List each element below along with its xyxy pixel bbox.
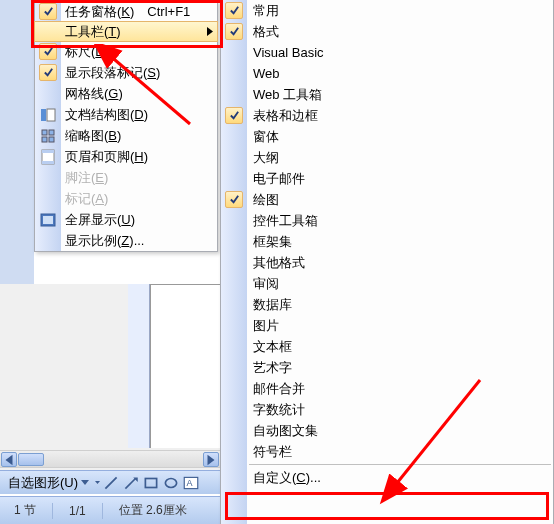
submenu-item[interactable]: 图片: [221, 315, 553, 336]
line-tool-icon[interactable]: [102, 474, 120, 492]
submenu-item[interactable]: 数据库: [221, 294, 553, 315]
thumbnails-label: 缩略图(B): [65, 127, 203, 145]
submenu-item[interactable]: 艺术字: [221, 357, 553, 378]
menu-item-paragraph-marks[interactable]: 显示段落标记(S): [35, 62, 217, 83]
svg-line-0: [105, 477, 116, 488]
menu-item-fullscreen[interactable]: 全屏显示(U): [35, 209, 217, 230]
check-icon: [225, 23, 243, 40]
submenu-item-label: 控件工具箱: [253, 212, 318, 230]
textbox-tool-icon[interactable]: A: [182, 474, 200, 492]
rectangle-tool-icon[interactable]: [142, 474, 160, 492]
submenu-item[interactable]: 电子邮件: [221, 168, 553, 189]
menu-item-ruler[interactable]: 标尺(L): [35, 41, 217, 62]
menu-item-header-footer[interactable]: 页眉和页脚(H): [35, 146, 217, 167]
submenu-item[interactable]: 窗体: [221, 126, 553, 147]
menu-item-zoom[interactable]: 显示比例(Z)...: [35, 230, 217, 251]
submenu-item[interactable]: 表格和边框: [221, 105, 553, 126]
document-page[interactable]: [150, 284, 220, 448]
submenu-item-label: Web 工具箱: [253, 86, 322, 104]
submenu-item[interactable]: 格式: [221, 21, 553, 42]
customize-label: 自定义(C)...: [253, 469, 321, 487]
submenu-item[interactable]: 自动图文集: [221, 420, 553, 441]
autoshapes-button[interactable]: 自选图形(U): [4, 474, 93, 492]
submenu-item-label: 表格和边框: [253, 107, 318, 125]
menu-item-footnotes: 脚注(E): [35, 167, 217, 188]
submenu-item-label: 常用: [253, 2, 279, 20]
submenu-item[interactable]: 字数统计: [221, 399, 553, 420]
status-position: 位置 2.6厘米: [109, 500, 197, 521]
horizontal-scrollbar[interactable]: [0, 450, 220, 468]
svg-rect-9: [49, 130, 54, 135]
svg-rect-6: [41, 109, 46, 121]
scroll-right-button[interactable]: [203, 452, 219, 467]
submenu-item-label: 字数统计: [253, 401, 305, 419]
submenu-item-label: 艺术字: [253, 359, 292, 377]
svg-text:A: A: [187, 478, 193, 488]
submenu-item[interactable]: 其他格式: [221, 252, 553, 273]
svg-rect-2: [145, 478, 156, 487]
submenu-item-label: 审阅: [253, 275, 279, 293]
svg-rect-10: [42, 137, 47, 142]
paragraph-marks-label: 显示段落标记(S): [65, 64, 203, 82]
submenu-item-label: 符号栏: [253, 443, 292, 461]
menu-item-document-map[interactable]: 文档结构图(D): [35, 104, 217, 125]
toolbars-label: 工具栏(T): [65, 23, 203, 41]
status-sep: [102, 503, 103, 519]
submenu-item-label: 绘图: [253, 191, 279, 209]
vertical-ruler: [128, 284, 150, 448]
document-map-label: 文档结构图(D): [65, 106, 203, 124]
submenu-item-label: 其他格式: [253, 254, 305, 272]
check-icon: [39, 43, 57, 60]
toolbars-submenu: 常用格式Visual BasicWebWeb 工具箱表格和边框窗体大纲电子邮件绘…: [220, 0, 554, 524]
submenu-item[interactable]: 文本框: [221, 336, 553, 357]
markup-label: 标记(A): [65, 190, 203, 208]
submenu-item-customize[interactable]: 自定义(C)...: [221, 467, 553, 488]
submenu-arrow-icon: [207, 24, 213, 39]
arrow-tool-icon[interactable]: [122, 474, 140, 492]
submenu-item-label: Web: [253, 66, 280, 81]
submenu-item[interactable]: 控件工具箱: [221, 210, 553, 231]
scroll-thumb[interactable]: [18, 453, 44, 466]
menu-separator: [249, 464, 551, 465]
task-pane-label: 任务窗格(K) Ctrl+F1: [65, 3, 203, 21]
scroll-left-button[interactable]: [1, 452, 17, 467]
submenu-item[interactable]: 邮件合并: [221, 378, 553, 399]
submenu-item-label: 窗体: [253, 128, 279, 146]
submenu-item[interactable]: Web 工具箱: [221, 84, 553, 105]
menu-item-gridlines[interactable]: 网格线(G): [35, 83, 217, 104]
submenu-item[interactable]: 常用: [221, 0, 553, 21]
document-map-icon: [40, 107, 56, 123]
submenu-item-label: 框架集: [253, 233, 292, 251]
menu-item-thumbnails[interactable]: 缩略图(B): [35, 125, 217, 146]
submenu-item[interactable]: 框架集: [221, 231, 553, 252]
submenu-item-label: 电子邮件: [253, 170, 305, 188]
autoshapes-label: 自选图形(U): [8, 474, 78, 492]
submenu-item-label: 大纲: [253, 149, 279, 167]
submenu-item[interactable]: Web: [221, 63, 553, 84]
header-footer-label: 页眉和页脚(H): [65, 148, 203, 166]
oval-tool-icon[interactable]: [162, 474, 180, 492]
menu-item-toolbars[interactable]: 工具栏(T): [34, 21, 218, 42]
check-icon: [225, 107, 243, 124]
status-section: 1 节: [4, 500, 46, 521]
svg-rect-8: [42, 130, 47, 135]
menu-item-task-pane[interactable]: 任务窗格(K) Ctrl+F1: [35, 1, 217, 22]
submenu-item-label: 数据库: [253, 296, 292, 314]
check-icon: [225, 191, 243, 208]
fullscreen-icon: [40, 212, 56, 228]
submenu-item[interactable]: 大纲: [221, 147, 553, 168]
submenu-item[interactable]: 绘图: [221, 189, 553, 210]
svg-rect-11: [49, 137, 54, 142]
submenu-item-label: 文本框: [253, 338, 292, 356]
submenu-item-label: 图片: [253, 317, 279, 335]
footnotes-label: 脚注(E): [65, 169, 203, 187]
status-bar: 1 节 1/1 位置 2.6厘米: [0, 496, 220, 524]
drawing-toolbar: 自选图形(U) A: [0, 470, 220, 494]
submenu-item[interactable]: Visual Basic: [221, 42, 553, 63]
menu-item-markup: 标记(A): [35, 188, 217, 209]
thumbnails-icon: [40, 128, 56, 144]
gridlines-label: 网格线(G): [65, 85, 203, 103]
submenu-item[interactable]: 符号栏: [221, 441, 553, 462]
submenu-item[interactable]: 审阅: [221, 273, 553, 294]
submenu-item-label: 自动图文集: [253, 422, 318, 440]
